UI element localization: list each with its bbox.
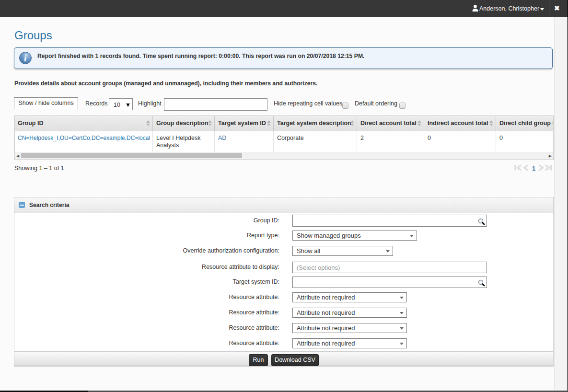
svg-text:1: 1 <box>532 165 535 172</box>
